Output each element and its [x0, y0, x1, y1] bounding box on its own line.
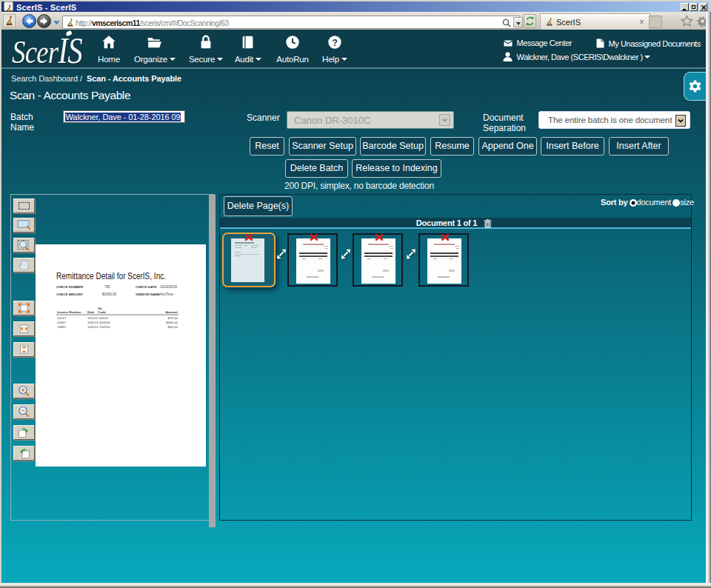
svg-text:Date: Date	[87, 310, 95, 314]
svg-text:10/20/2015: 10/20/2015	[160, 285, 177, 289]
svg-text:$466.00: $466.00	[166, 321, 178, 324]
svg-text:850500: 850500	[99, 321, 110, 324]
svg-text:764100: 764100	[99, 325, 110, 329]
svg-text:24867: 24867	[57, 325, 67, 329]
svg-text:?: ?	[332, 38, 337, 48]
svg-text:CHECK DATE: CHECK DATE	[136, 285, 157, 289]
svg-text:Remittance Detail for ScerIS,: Remittance Detail for ScerIS, Inc.	[56, 270, 166, 281]
svg-text:$76.00: $76.00	[168, 316, 178, 320]
svg-text:10/1/15: 10/1/15	[87, 316, 99, 320]
svg-text:$1000.00: $1000.00	[102, 293, 117, 296]
svg-text:$64.00: $64.00	[168, 325, 178, 329]
svg-text:44010: 44010	[99, 316, 109, 320]
svg-text:CHECK AMOUNT: CHECK AMOUNT	[56, 293, 83, 296]
svg-text:Code: Code	[98, 310, 107, 314]
svg-text:Invoice Number: Invoice Number	[57, 310, 81, 314]
svg-text:AnyTime: AnyTime	[160, 293, 173, 296]
svg-text:24567: 24567	[57, 321, 67, 324]
svg-text:VENDOR NAME: VENDOR NAME	[136, 293, 160, 296]
svg-text:10/6/15: 10/6/15	[87, 325, 99, 329]
svg-text:24147: 24147	[57, 316, 67, 320]
svg-text:CHECK NUMBER: CHECK NUMBER	[56, 285, 84, 289]
svg-text:755: 755	[104, 285, 110, 289]
svg-text:Amount: Amount	[165, 310, 178, 314]
svg-text:10/5/15: 10/5/15	[87, 321, 99, 324]
